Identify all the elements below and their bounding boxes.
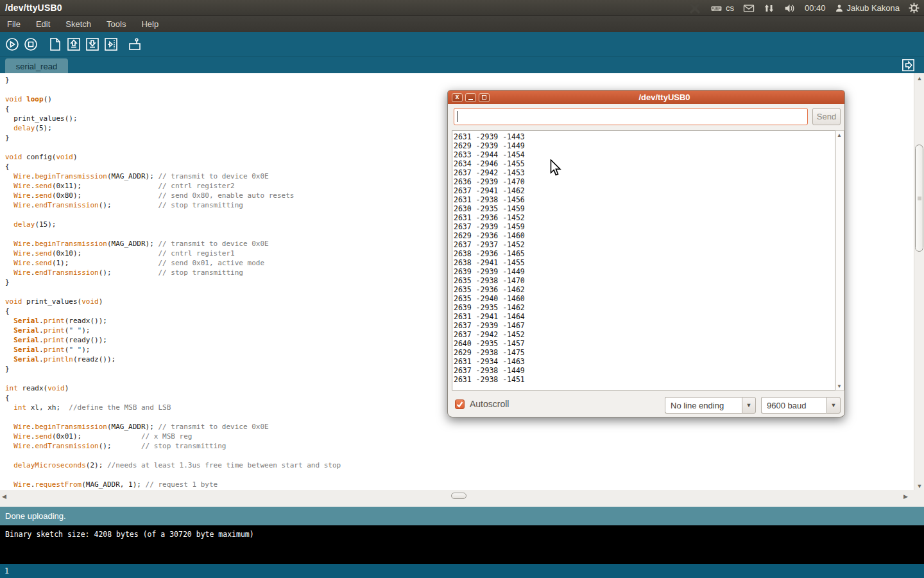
save-sketch-icon — [85, 37, 100, 52]
serial-row: 2638 -2941 -1455 — [454, 258, 835, 267]
ide-toolbar — [0, 32, 924, 56]
code-line — [5, 470, 914, 480]
scroll-right-arrow-icon[interactable]: ▶ — [903, 493, 908, 500]
close-icon: x — [456, 94, 459, 100]
tray-clock[interactable]: 00:40 — [805, 0, 826, 16]
scroll-down-arrow-icon[interactable]: ▼ — [835, 383, 843, 389]
serial-scrollbar[interactable]: ▲ ▼ — [835, 130, 844, 390]
scroll-down-arrow-icon[interactable]: ▼ — [914, 483, 924, 489]
scroll-up-arrow-icon[interactable]: ▲ — [835, 132, 843, 138]
serial-window-titlebar[interactable]: x /dev/ttyUSB0 — [448, 91, 844, 104]
editor-vertical-scrollbar[interactable]: ▲ ▼ — [914, 73, 924, 491]
user-silhouette-icon — [834, 3, 844, 14]
send-button[interactable]: Send — [812, 108, 841, 125]
verify-icon — [4, 37, 20, 52]
serial-row: 2637 -2938 -1449 — [454, 366, 835, 375]
window-title: /dev/ttyUSB0 — [5, 0, 62, 16]
editor-horizontal-scrollbar[interactable]: ◀ ▶ — [0, 490, 924, 507]
scroll-left-arrow-icon[interactable]: ◀ — [2, 493, 6, 500]
menu-item-edit[interactable]: Edit — [36, 19, 50, 29]
menu-item-help[interactable]: Help — [141, 19, 158, 29]
top-panel: /dev/ttyUSB0 cs00:40Jakub Kakona — [0, 0, 924, 16]
serial-row: 2635 -2938 -1470 — [454, 276, 835, 285]
menu-bar: FileEditSketchToolsHelp — [0, 16, 924, 32]
menu-item-tools[interactable]: Tools — [107, 19, 126, 29]
code-line: Wire.beginTransmission(MAG_ADDR); // tra… — [5, 422, 914, 432]
checkmark-icon — [456, 400, 464, 408]
editor-vscroll-thumb[interactable] — [915, 144, 923, 252]
tray-session-gear[interactable] — [908, 0, 920, 16]
verify-button[interactable] — [4, 37, 20, 52]
serial-monitor-window: x /dev/ttyUSB0 Send 2631 -2939 -14432629… — [447, 90, 845, 417]
serial-send-input[interactable] — [454, 108, 808, 125]
menu-item-file[interactable]: File — [7, 19, 21, 29]
serial-row: 2631 -2941 -1464 — [454, 312, 835, 321]
tab-menu-button[interactable] — [901, 58, 916, 73]
scroll-grip-icon — [918, 197, 921, 200]
upload-button[interactable] — [103, 37, 119, 52]
new-sketch-icon — [47, 37, 63, 52]
scroll-up-arrow-icon[interactable]: ▲ — [914, 75, 924, 82]
new-sketch-button[interactable] — [47, 37, 63, 52]
volume-speaker-icon — [783, 3, 796, 14]
serial-row: 2631 -2936 -1452 — [454, 213, 835, 222]
minimize-button[interactable] — [465, 93, 476, 102]
mouse-cursor — [550, 159, 562, 180]
tab-strip: serial_read — [0, 56, 924, 73]
clock-label: 00:40 — [805, 3, 826, 13]
serial-row: 2634 -2946 -1455 — [454, 159, 835, 168]
chevron-down-icon[interactable]: ▼ — [826, 397, 841, 414]
editor-hscroll-thumb[interactable] — [451, 493, 466, 499]
upload-icon — [103, 37, 119, 52]
serial-monitor-button[interactable] — [127, 37, 142, 52]
close-button[interactable]: x — [452, 93, 463, 102]
text-caret — [457, 111, 458, 122]
serial-output-area[interactable]: 2631 -2939 -14432629 -2939 -14492633 -29… — [452, 130, 835, 390]
user-menu-label: Jakub Kakona — [847, 3, 900, 13]
serial-row: 2630 -2935 -1459 — [454, 204, 835, 213]
autoscroll-checkbox[interactable] — [455, 399, 465, 409]
tab-serial-read[interactable]: serial_read — [5, 58, 68, 74]
tray-volume-speaker[interactable] — [783, 0, 796, 16]
code-line: Wire.endTransmission(); // stop transmit… — [5, 441, 914, 451]
chevron-down-icon[interactable]: ▼ — [742, 397, 756, 414]
serial-row: 2637 -2937 -1452 — [454, 240, 835, 249]
tray-keyboard[interactable]: cs — [710, 0, 734, 16]
status-bar: Done uploading. — [0, 507, 924, 525]
serial-row: 2639 -2935 -1462 — [454, 303, 835, 312]
serial-row: 2631 -2938 -1456 — [454, 195, 835, 204]
code-line: Wire.requestFrom(MAG_ADDR, 1); // reques… — [5, 480, 914, 489]
stop-button[interactable] — [23, 37, 38, 52]
serial-row: 2635 -2940 -1460 — [454, 294, 835, 303]
serial-row: 2637 -2942 -1453 — [454, 168, 835, 177]
code-line: Wire.send(0x01); // x MSB reg — [5, 432, 914, 441]
baud-rate-dropdown[interactable]: 9600 baud ▼ — [761, 397, 841, 414]
tray-mail-envelope[interactable] — [742, 0, 755, 16]
tray-drivers-pinwheel[interactable] — [689, 0, 701, 16]
console-line: Binary sketch size: 4208 bytes (of a 307… — [5, 530, 924, 539]
maximize-icon — [482, 95, 486, 100]
serial-window-title: /dev/ttyUSB0 — [490, 92, 844, 102]
line-ending-dropdown[interactable]: No line ending ▼ — [665, 397, 756, 414]
maximize-button[interactable] — [479, 93, 490, 102]
serial-row: 2636 -2939 -1470 — [454, 177, 835, 186]
tray-sync-arrows[interactable] — [764, 0, 774, 16]
open-sketch-button[interactable] — [66, 37, 81, 52]
serial-row: 2638 -2936 -1465 — [454, 249, 835, 258]
save-sketch-button[interactable] — [85, 37, 100, 52]
autoscroll-label: Autoscroll — [470, 399, 509, 409]
session-gear-icon — [908, 2, 920, 14]
serial-row: 2629 -2938 -1475 — [454, 348, 835, 357]
tab-label: serial_read — [16, 62, 57, 71]
stop-icon — [23, 37, 38, 52]
system-tray: cs00:40Jakub Kakona — [689, 0, 920, 16]
menu-item-sketch[interactable]: Sketch — [65, 19, 91, 29]
minimize-icon — [468, 99, 473, 100]
serial-row: 2635 -2936 -1462 — [454, 285, 835, 294]
serial-row: 2637 -2941 -1462 — [454, 186, 835, 195]
send-button-label: Send — [817, 112, 836, 121]
tray-user-menu[interactable]: Jakub Kakona — [834, 0, 900, 16]
serial-row: 2637 -2939 -1467 — [454, 321, 835, 330]
baud-rate-value: 9600 baud — [761, 397, 826, 414]
serial-row: 2637 -2939 -1459 — [454, 222, 835, 231]
